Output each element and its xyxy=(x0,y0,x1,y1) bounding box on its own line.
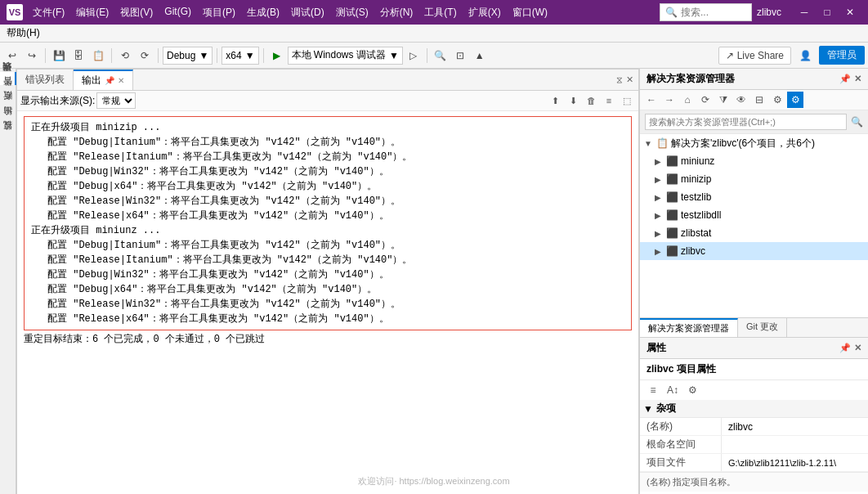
toolbar-btn-9[interactable]: ▲ xyxy=(471,47,489,65)
props-categories-btn[interactable]: ≡ xyxy=(645,382,661,398)
miniunz-label: miniunz xyxy=(681,155,865,167)
tab-pin-icon[interactable]: 📌 xyxy=(105,76,114,85)
minimize-button[interactable]: ─ xyxy=(793,1,816,24)
title-bar: VS 文件(F) 编辑(E) 视图(V) Git(G) 项目(P) 生成(B) … xyxy=(0,0,868,25)
output-btn-wrap[interactable]: ≡ xyxy=(601,92,617,109)
menu-project[interactable]: 项目(P) xyxy=(198,4,240,21)
menu-file[interactable]: 文件(F) xyxy=(28,4,69,21)
props-pin-icon[interactable]: 📌 xyxy=(839,343,851,353)
close-button[interactable]: ✕ xyxy=(839,1,861,24)
sol-btn-forward[interactable]: → xyxy=(661,92,678,108)
solution-pin-icon[interactable]: 📌 xyxy=(839,74,851,84)
output-panel: 错误列表 输出 📌 ✕ ⧖ ✕ 显示输出来源(S): 常规 ⬆ xyxy=(16,69,639,494)
source-select[interactable]: 常规 xyxy=(96,92,136,109)
tree-item-testzlib[interactable]: ▶ ⬛ testzlib xyxy=(640,188,868,206)
menu-help[interactable]: 帮助(H) xyxy=(7,26,40,40)
tree-item-zlibstat[interactable]: ▶ ⬛ zlibstat xyxy=(640,224,868,242)
props-settings-btn[interactable]: ⚙ xyxy=(684,382,700,398)
admin-button[interactable]: 管理员 xyxy=(819,46,865,65)
solution-search-input[interactable] xyxy=(645,114,847,130)
output-line-1: 配置 "Debug|Itanium"：将平台工具集更改为 "v142"（之前为 … xyxy=(31,135,624,150)
sidebar-tab-errors[interactable]: 错误列表 xyxy=(0,72,16,85)
output-line-7: 正在升级项目 miniunz ... xyxy=(31,223,624,238)
tab-solution-explorer[interactable]: 解决方案资源管理器 xyxy=(640,318,738,337)
menu-git[interactable]: Git(G) xyxy=(159,4,196,21)
sol-btn-collapse[interactable]: ⊟ xyxy=(751,92,767,108)
menu-debug[interactable]: 调试(D) xyxy=(286,4,329,21)
debug-target-select[interactable]: 本地 Windows 调试器 ▼ xyxy=(288,47,403,65)
toolbar-btn-8[interactable]: ⊡ xyxy=(451,47,469,65)
props-close-icon[interactable]: ✕ xyxy=(854,343,861,353)
tab-output-close[interactable]: ✕ xyxy=(118,76,124,85)
source-label: 显示输出来源(S): xyxy=(20,94,95,108)
live-share-label: Live Share xyxy=(737,50,784,61)
sol-btn-properties[interactable]: ⚙ xyxy=(769,92,785,108)
sol-btn-showall[interactable]: 👁 xyxy=(733,92,749,108)
output-btn-2[interactable]: ⬇ xyxy=(565,92,581,109)
props-alpha-btn[interactable]: A↕ xyxy=(664,382,681,398)
zlibstat-label: zlibstat xyxy=(681,227,865,239)
save-all-button[interactable]: 🗄 xyxy=(69,47,87,65)
tab-error-list[interactable]: 错误列表 xyxy=(17,70,74,90)
toolbar-btn-3[interactable]: 📋 xyxy=(89,47,107,65)
toolbar-btn-6[interactable]: ▷ xyxy=(405,47,423,65)
props-group-misc[interactable]: ▼ 杂项 xyxy=(640,400,868,418)
sidebar-tab-breakpoints[interactable]: 断点 xyxy=(0,101,16,115)
toolbar-btn-5[interactable]: ⟳ xyxy=(136,47,154,65)
sidebar-tab-warnings[interactable]: 警告 xyxy=(0,87,16,100)
toolbar-btn-4[interactable]: ⟲ xyxy=(116,47,134,65)
sol-btn-active[interactable]: ⚙ xyxy=(787,92,803,108)
props-file-value: G:\zlib\zlib1211\zlib-1.2.11\ xyxy=(722,454,868,471)
props-header-icons: 📌 ✕ xyxy=(839,343,861,353)
toolbar-divider-4 xyxy=(217,48,217,63)
panel-pin-icon[interactable]: ⧖ xyxy=(616,74,623,85)
panel-toolbar: 显示输出来源(S): 常规 ⬆ ⬇ 🗑 ≡ ⬚ xyxy=(17,91,638,111)
output-btn-find[interactable]: ⬚ xyxy=(619,92,635,109)
tab-git-changes[interactable]: Git 更改 xyxy=(738,318,787,337)
sidebar-tab-output[interactable]: 输出 xyxy=(0,116,16,129)
solution-close-icon[interactable]: ✕ xyxy=(854,74,861,84)
minizip-icon: ⬛ xyxy=(666,173,678,185)
sol-btn-home[interactable]: ⌂ xyxy=(679,92,696,108)
title-search-input[interactable] xyxy=(681,7,746,18)
tree-item-minizip[interactable]: ▶ ⬛ minizip xyxy=(640,170,868,188)
toolbar-user-icon[interactable]: 👤 xyxy=(796,47,814,65)
platform-select[interactable]: x64 ▼ xyxy=(221,47,258,65)
output-btn-1[interactable]: ⬆ xyxy=(547,92,563,109)
menu-analyze[interactable]: 分析(N) xyxy=(375,4,418,21)
output-btn-clear[interactable]: 🗑 xyxy=(583,92,599,109)
debug-config-select[interactable]: Debug ▼ xyxy=(163,47,213,65)
tree-item-miniunz[interactable]: ▶ ⬛ miniunz xyxy=(640,152,868,170)
debug-config-arrow: ▼ xyxy=(199,50,208,61)
toolbar-btn-7[interactable]: 🔍 xyxy=(432,47,450,65)
tree-item-testzlibdll[interactable]: ▶ ⬛ testzlibdll xyxy=(640,206,868,224)
menu-extensions[interactable]: 扩展(X) xyxy=(463,4,506,21)
tab-spacer xyxy=(133,70,611,90)
menu-edit[interactable]: 编辑(E) xyxy=(71,4,114,21)
title-search-box[interactable]: 🔍 xyxy=(660,3,752,21)
sol-btn-refresh[interactable]: ⟳ xyxy=(697,92,714,108)
live-share-button[interactable]: ↗ Live Share xyxy=(718,47,791,65)
menu-view[interactable]: 视图(V) xyxy=(115,4,158,21)
solution-search-icon[interactable]: 🔍 xyxy=(850,115,863,128)
save-button[interactable]: 💾 xyxy=(50,47,68,65)
solution-explorer-title: 解决方案资源管理器 xyxy=(647,72,735,86)
menu-window[interactable]: 窗口(W) xyxy=(508,4,553,21)
tab-output[interactable]: 输出 📌 ✕ xyxy=(74,70,133,90)
maximize-button[interactable]: □ xyxy=(816,1,839,24)
panel-close-icon[interactable]: ✕ xyxy=(626,74,633,85)
sidebar-tab-watch[interactable]: 监视 xyxy=(0,131,16,144)
output-line-0: 正在升级项目 minizip ... xyxy=(31,120,624,135)
redo-button[interactable]: ↪ xyxy=(23,47,41,65)
sol-btn-filter[interactable]: ⧩ xyxy=(715,92,732,108)
play-button[interactable]: ▶ xyxy=(268,47,286,65)
sol-btn-back[interactable]: ← xyxy=(643,92,660,108)
menu-build[interactable]: 生成(B) xyxy=(242,4,284,21)
tree-solution-root[interactable]: ▼ 📋 解决方案'zlibvc'(6个项目，共6个) xyxy=(640,134,868,152)
tree-item-zlibvc[interactable]: ▶ ⬛ zlibvc xyxy=(640,242,868,260)
menu-test[interactable]: 测试(S) xyxy=(331,4,374,21)
toolbar-divider-6 xyxy=(427,48,427,63)
menu-tools[interactable]: 工具(T) xyxy=(419,4,461,21)
main-toolbar: ↩ ↪ 💾 🗄 📋 ⟲ ⟳ Debug ▼ x64 ▼ ▶ 本地 Windows… xyxy=(0,43,868,69)
undo-button[interactable]: ↩ xyxy=(3,47,21,65)
